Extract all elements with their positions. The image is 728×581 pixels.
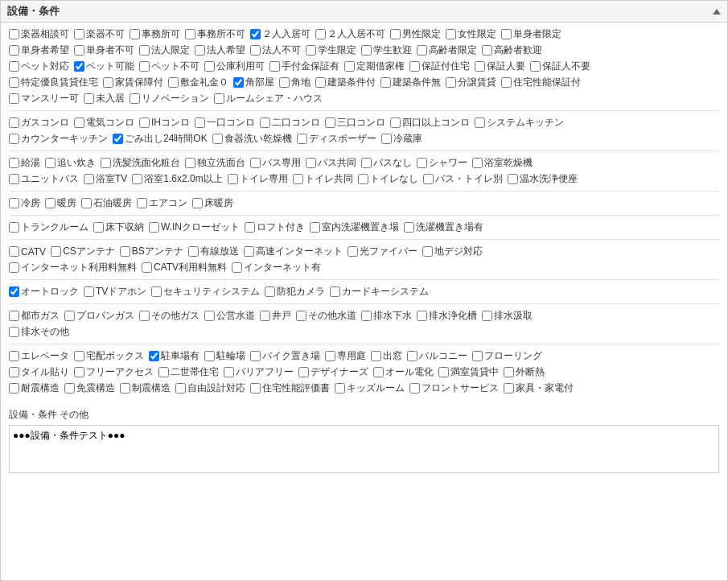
checkbox-input[interactable] xyxy=(446,77,456,88)
checkbox-item[interactable]: オートロック xyxy=(9,285,79,299)
checkbox-input[interactable] xyxy=(373,367,384,377)
checkbox-input[interactable] xyxy=(475,117,485,128)
checkbox-item[interactable]: 高齢者限定 xyxy=(417,43,477,57)
checkbox-input[interactable] xyxy=(175,383,186,394)
checkbox-input[interactable] xyxy=(9,61,19,72)
checkbox-input[interactable] xyxy=(74,367,84,377)
checkbox-item[interactable]: 住宅性能保証付 xyxy=(501,76,581,89)
checkbox-input[interactable] xyxy=(390,29,401,39)
checkbox-input[interactable] xyxy=(137,198,147,208)
checkbox-input[interactable] xyxy=(381,134,392,144)
checkbox-input[interactable] xyxy=(250,45,261,56)
checkbox-item[interactable]: ロフト付き xyxy=(245,220,305,234)
checkbox-item[interactable]: マンスリー可 xyxy=(9,92,79,105)
checkbox-input[interactable] xyxy=(250,351,261,361)
checkbox-input[interactable] xyxy=(423,174,434,184)
checkbox-input[interactable] xyxy=(482,45,492,56)
checkbox-item[interactable]: 家具・家電付 xyxy=(504,381,574,395)
checkbox-input[interactable] xyxy=(315,29,326,39)
checkbox-item[interactable]: W.INクローゼット xyxy=(149,220,240,234)
checkbox-input[interactable] xyxy=(204,311,215,321)
checkbox-item[interactable]: 建築条件付 xyxy=(315,76,376,89)
checkbox-item[interactable]: エアコン xyxy=(137,196,187,210)
checkbox-input[interactable] xyxy=(149,351,159,361)
checkbox-item[interactable]: プロパンガス xyxy=(64,309,134,323)
checkbox-input[interactable] xyxy=(74,61,84,72)
checkbox-item[interactable]: TVドアホン xyxy=(84,285,146,299)
checkbox-item[interactable]: 事務所不可 xyxy=(185,27,245,41)
checkbox-input[interactable] xyxy=(297,134,307,144)
checkbox-item[interactable]: 排水浄化槽 xyxy=(417,309,477,323)
checkbox-item[interactable]: 洗髪洗面化粧台 xyxy=(101,156,180,170)
checkbox-input[interactable] xyxy=(84,174,94,184)
checkbox-item[interactable]: 三口コンロ xyxy=(325,116,385,130)
checkbox-input[interactable] xyxy=(233,77,244,88)
checkbox-item[interactable]: CATV利用料無料 xyxy=(142,261,227,274)
checkbox-input[interactable] xyxy=(9,158,19,168)
checkbox-item[interactable]: 排水その他 xyxy=(9,325,69,339)
checkbox-input[interactable] xyxy=(296,311,306,321)
checkbox-item[interactable]: 光ファイバー xyxy=(348,245,417,258)
checkbox-input[interactable] xyxy=(113,134,123,144)
checkbox-input[interactable] xyxy=(446,29,456,39)
checkbox-item[interactable]: 駐輪場 xyxy=(204,349,245,363)
checkbox-item[interactable]: 女性限定 xyxy=(446,27,496,41)
checkbox-item[interactable]: 保証人要 xyxy=(475,60,525,73)
checkbox-input[interactable] xyxy=(475,61,485,72)
checkbox-item[interactable]: 床下収納 xyxy=(93,220,144,234)
checkbox-input[interactable] xyxy=(81,198,92,208)
checkbox-input[interactable] xyxy=(409,61,420,72)
checkbox-item[interactable]: 出窓 xyxy=(371,349,402,363)
checkbox-input[interactable] xyxy=(9,93,19,104)
checkbox-item[interactable]: シャワー xyxy=(417,156,467,170)
checkbox-item[interactable]: システムキッチン xyxy=(475,116,564,130)
checkbox-input[interactable] xyxy=(9,351,19,361)
checkbox-input[interactable] xyxy=(195,117,205,128)
checkbox-input[interactable] xyxy=(9,29,19,39)
checkbox-input[interactable] xyxy=(417,158,427,168)
checkbox-input[interactable] xyxy=(132,174,142,184)
checkbox-item[interactable]: 保証付住宅 xyxy=(409,60,470,73)
checkbox-item[interactable]: 冷蔵庫 xyxy=(381,132,422,146)
checkbox-input[interactable] xyxy=(9,134,19,144)
checkbox-item[interactable]: ペット不可 xyxy=(139,60,199,73)
checkbox-input[interactable] xyxy=(185,29,195,39)
checkbox-item[interactable]: 浴室1.6x2.0m以上 xyxy=(132,172,222,186)
checkbox-item[interactable]: 公営水道 xyxy=(204,309,255,323)
checkbox-item[interactable]: 法人希望 xyxy=(195,43,245,57)
checkbox-item[interactable]: 分譲賃貸 xyxy=(446,76,496,89)
checkbox-input[interactable] xyxy=(265,286,275,297)
checkbox-item[interactable]: タイル貼り xyxy=(9,365,69,379)
checkbox-item[interactable]: 四口以上コンロ xyxy=(390,116,470,130)
checkbox-input[interactable] xyxy=(142,262,152,273)
checkbox-item[interactable]: 男性限定 xyxy=(390,27,441,41)
checkbox-item[interactable]: 未入居 xyxy=(84,92,125,105)
checkbox-item[interactable]: バス・トイレ別 xyxy=(423,172,503,186)
checkbox-input[interactable] xyxy=(245,222,255,233)
checkbox-input[interactable] xyxy=(422,246,433,257)
checkbox-input[interactable] xyxy=(501,77,512,88)
checkbox-input[interactable] xyxy=(260,117,270,128)
checkbox-item[interactable]: カウンターキッチン xyxy=(9,132,108,146)
checkbox-item[interactable]: 井戸 xyxy=(260,309,291,323)
checkbox-input[interactable] xyxy=(250,29,261,39)
checkbox-input[interactable] xyxy=(325,351,335,361)
checkbox-item[interactable]: バリアフリー xyxy=(224,365,294,379)
checkbox-input[interactable] xyxy=(9,262,19,273)
checkbox-item[interactable]: 二世帯住宅 xyxy=(158,365,219,379)
checkbox-input[interactable] xyxy=(74,45,84,56)
checkbox-item[interactable]: セキュリティシステム xyxy=(151,285,260,299)
checkbox-item[interactable]: 住宅性能評価書 xyxy=(250,381,330,395)
checkbox-item[interactable]: トイレなし xyxy=(358,172,418,186)
checkbox-item[interactable]: 特定優良賃貸住宅 xyxy=(9,76,98,89)
checkbox-item[interactable]: ルームシェア・ハウス xyxy=(214,92,323,105)
checkbox-item[interactable]: 独立洗面台 xyxy=(185,156,245,170)
checkbox-item[interactable]: 専用庭 xyxy=(325,349,366,363)
checkbox-input[interactable] xyxy=(84,93,94,104)
checkbox-item[interactable]: 高齢者歓迎 xyxy=(482,43,542,57)
checkbox-item[interactable]: 楽器不可 xyxy=(74,27,125,41)
checkbox-item[interactable]: 二口コンロ xyxy=(260,116,320,130)
checkbox-item[interactable]: 有線放送 xyxy=(188,245,239,258)
checkbox-item[interactable]: 法人不可 xyxy=(250,43,301,57)
checkbox-item[interactable]: バスなし xyxy=(361,156,412,170)
